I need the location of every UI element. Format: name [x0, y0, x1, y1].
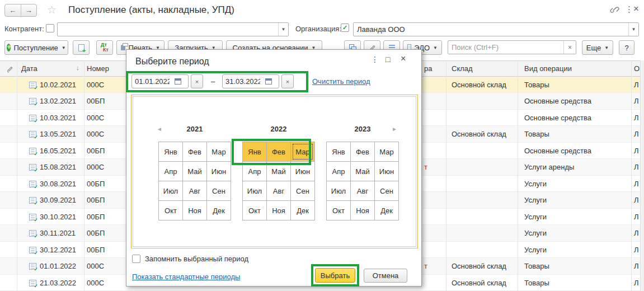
- month-cell-Янв-2023[interactable]: Янв: [327, 142, 350, 161]
- window-close-icon[interactable]: ×: [633, 3, 639, 15]
- month-cell-Мар-2022[interactable]: Мар: [291, 142, 314, 161]
- sort-descending-icon[interactable]: ↓: [76, 64, 79, 71]
- column-header-warehouse[interactable]: Склад: [452, 64, 473, 73]
- month-cell-Май-2021[interactable]: Май: [183, 162, 206, 181]
- month-cell-Июн-2021[interactable]: Июн: [207, 162, 231, 181]
- cell-org-truncated: Л: [634, 81, 639, 89]
- month-cell-Июл-2021[interactable]: Июл: [159, 181, 182, 200]
- document-posted-icon: [29, 247, 36, 254]
- month-cell-Июл-2022[interactable]: Июл: [243, 181, 266, 200]
- dt-kt-button[interactable]: ДтКт: [96, 40, 113, 55]
- kontragent-combobox[interactable]: ▼: [57, 22, 289, 36]
- document-posted-icon: [29, 263, 36, 270]
- more-button[interactable]: Еще ▼: [582, 40, 613, 55]
- month-cell-Авг-2023[interactable]: Авг: [351, 181, 374, 200]
- document-posted-icon: [29, 115, 36, 121]
- month-cell-Апр-2022[interactable]: Апр: [243, 162, 266, 181]
- cancel-button[interactable]: Отмена: [364, 269, 407, 283]
- kontragent-dropdown-icon[interactable]: ▼: [278, 23, 288, 36]
- more-menu-dots-icon[interactable]: ⋮: [625, 4, 633, 15]
- document-posted-icon: [29, 148, 36, 154]
- previous-year-icon[interactable]: ◄: [157, 126, 162, 132]
- month-cell-Окт-2022[interactable]: Окт: [243, 201, 266, 220]
- month-cell-Янв-2022[interactable]: Янв: [243, 142, 266, 161]
- document-posted-icon: [29, 197, 36, 204]
- month-cell-Окт-2021[interactable]: Окт: [159, 201, 182, 220]
- remember-period-checkbox[interactable]: [132, 255, 140, 263]
- month-cell-Окт-2023[interactable]: Окт: [327, 201, 350, 220]
- calendar-picker-button[interactable]: [263, 75, 274, 88]
- month-cell-Дек-2023[interactable]: Дек: [375, 201, 398, 220]
- month-cell-Авг-2021[interactable]: Авг: [183, 181, 206, 200]
- date-to-input[interactable]: [223, 77, 263, 86]
- month-cell-Фев-2023[interactable]: Фев: [351, 142, 374, 161]
- month-cell-Дек-2021[interactable]: Дек: [207, 201, 231, 220]
- column-header-number[interactable]: Номер: [87, 64, 109, 73]
- search-clear-icon[interactable]: ×: [563, 41, 576, 54]
- more-label: Еще: [586, 44, 601, 52]
- column-divider: [518, 60, 518, 291]
- month-cell-Июн-2022[interactable]: Июн: [291, 162, 314, 181]
- clear-period-link[interactable]: Очистить период: [312, 77, 370, 86]
- month-cell-Апр-2023[interactable]: Апр: [327, 162, 350, 181]
- month-cell-Сен-2022[interactable]: Сен: [291, 181, 314, 200]
- month-cell-Май-2022[interactable]: Май: [267, 162, 290, 181]
- month-cell-Ноя-2023[interactable]: Ноя: [351, 201, 374, 220]
- month-cell-Ноя-2021[interactable]: Ноя: [183, 201, 206, 220]
- month-cell-Дек-2022[interactable]: Дек: [291, 201, 314, 220]
- select-button[interactable]: Выбрать: [315, 268, 355, 283]
- back-button[interactable]: ←: [5, 4, 21, 16]
- month-cell-Авг-2022[interactable]: Авг: [267, 181, 290, 200]
- cell-date: 30.08.2021: [29, 180, 76, 188]
- standard-periods-link[interactable]: Показать стандартные периоды: [132, 273, 240, 281]
- cell-number: 00БП: [87, 229, 105, 237]
- column-header-truncated[interactable]: ра: [424, 64, 432, 73]
- month-grid-2021: ЯнвФевМарАпрМайИюнИюлАвгСенОктНояДек: [158, 142, 231, 220]
- nav-history-group: ← →: [4, 4, 37, 17]
- vertical-scrollbar[interactable]: [640, 60, 644, 291]
- date-from-clear-button[interactable]: ×: [191, 74, 203, 88]
- month-cell-Июл-2023[interactable]: Июл: [327, 181, 350, 200]
- dialog-close-icon[interactable]: ×: [401, 54, 406, 64]
- month-cell-Сен-2021[interactable]: Сен: [207, 181, 231, 200]
- dialog-menu-dots-icon[interactable]: ⋮: [371, 55, 379, 64]
- cell-operation: Услуги: [524, 180, 547, 188]
- dialog-maximize-icon[interactable]: □: [386, 55, 390, 64]
- column-header-date[interactable]: Дата: [21, 64, 37, 73]
- month-cell-Ноя-2022[interactable]: Ноя: [267, 201, 290, 220]
- kontragent-checkbox[interactable]: [46, 24, 54, 32]
- org-dropdown-icon[interactable]: ▼: [628, 23, 638, 36]
- link-icon[interactable]: [610, 6, 619, 15]
- month-cell-Янв-2021[interactable]: Янв: [159, 142, 182, 161]
- date-to-clear-button[interactable]: ×: [281, 74, 294, 88]
- month-cell-Фев-2022[interactable]: Фев: [267, 142, 290, 161]
- copy-document-button[interactable]: [73, 40, 90, 55]
- cell-operation: Услуги: [524, 213, 547, 221]
- month-cell-Мар-2021[interactable]: Мар: [207, 142, 231, 161]
- cell-number: 000С: [87, 279, 104, 287]
- cell-org-truncated: Л: [634, 114, 639, 122]
- next-year-icon[interactable]: ►: [392, 126, 397, 132]
- month-cell-Сен-2023[interactable]: Сен: [375, 181, 398, 200]
- favorite-star-icon[interactable]: ☆: [47, 3, 57, 16]
- calendar-picker-button[interactable]: [172, 75, 184, 88]
- new-receipt-button[interactable]: + Поступление ▼: [4, 40, 68, 55]
- column-header-operation[interactable]: Вид операции: [524, 64, 572, 73]
- forward-button[interactable]: →: [21, 4, 37, 16]
- column-header-org-truncated[interactable]: О: [634, 64, 640, 73]
- month-cell-Мар-2023[interactable]: Мар: [375, 142, 398, 161]
- calendar-years: ◄ ► 2021ЯнвФевМарАпрМайИюнИюлАвгСенОктНо…: [133, 96, 416, 247]
- month-cell-Май-2023[interactable]: Май: [351, 162, 374, 181]
- month-cell-Июн-2023[interactable]: Июн: [375, 162, 398, 181]
- back-arrow-icon: ←: [9, 6, 16, 15]
- org-label: Организация:: [295, 25, 341, 33]
- search-input[interactable]: [448, 43, 563, 51]
- month-cell-Апр-2021[interactable]: Апр: [159, 162, 182, 181]
- help-button[interactable]: ?: [619, 40, 634, 55]
- org-combobox[interactable]: Лаванда ООО ▼: [353, 22, 639, 36]
- month-cell-Фев-2021[interactable]: Фев: [183, 142, 206, 161]
- org-checkbox[interactable]: ✓: [341, 24, 349, 32]
- document-posted-icon: [29, 82, 36, 88]
- date-from-input[interactable]: [132, 77, 172, 86]
- calendar-icon: [265, 78, 272, 85]
